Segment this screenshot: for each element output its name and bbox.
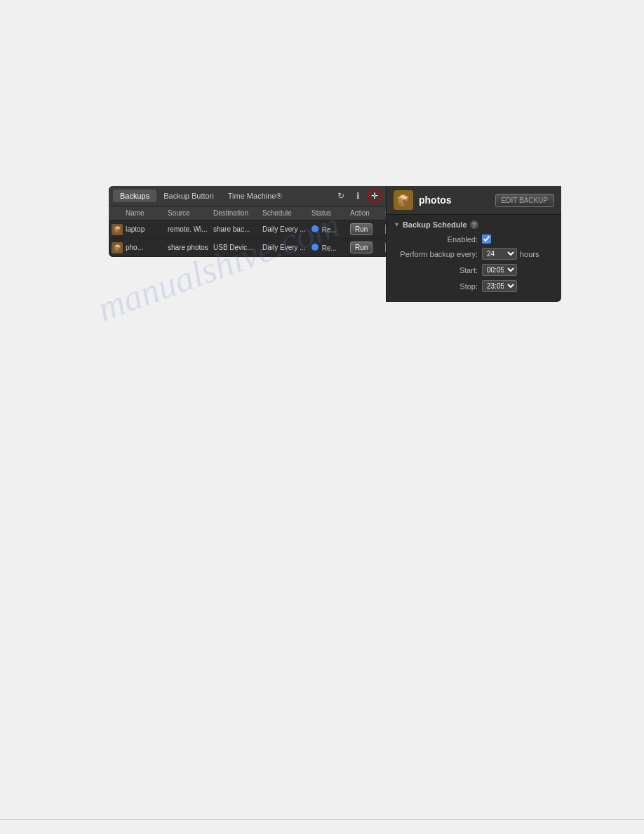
table-header: Name Source Destination Schedule Status … — [109, 206, 386, 220]
row2-name: pho... — [124, 243, 166, 252]
row1-run-button[interactable]: Run — [350, 223, 373, 235]
row1-source: remote. Wi... — [166, 225, 212, 234]
col-icon — [110, 208, 124, 218]
stop-label: Stop: — [394, 282, 478, 291]
row2-status: Re... — [310, 243, 349, 253]
detail-icon: 📦 — [394, 190, 413, 210]
bottom-divider — [0, 819, 644, 820]
refresh-icon-btn[interactable]: ↻ — [334, 189, 348, 203]
start-row: Start: 00:05 — [394, 264, 554, 276]
schedule-section-label: Backup Schedule — [403, 220, 467, 229]
row2-icon-cell: 📦 — [110, 241, 124, 254]
row2-source: share photos — [166, 243, 212, 252]
stop-row: Stop: 23:05 — [394, 280, 554, 292]
start-value-select[interactable]: 00:05 — [482, 264, 517, 276]
col-action: Action — [349, 208, 384, 218]
detail-title: photos — [419, 194, 452, 206]
tab-backup-button[interactable]: Backup Button — [156, 190, 221, 202]
row1-schedule: Daily Every ... — [261, 225, 310, 234]
tab-icons: ↻ ℹ ✛ — [334, 189, 382, 203]
schedule-section: ▼ Backup Schedule ? Enabled: Perform bac… — [387, 215, 561, 302]
stop-value-select[interactable]: 23:05 — [482, 280, 517, 292]
row1-status-dot — [311, 225, 318, 232]
table-row[interactable]: 📦 laptop remote. Wi... share bac... Dail… — [109, 220, 386, 239]
row2-icon: 📦 — [112, 242, 123, 253]
perform-row: Perform backup every: 24 hours — [394, 248, 554, 260]
enabled-checkbox[interactable] — [482, 234, 491, 244]
row1-icon-cell: 📦 — [110, 223, 124, 236]
row2-status-dot — [311, 244, 318, 251]
col-source: Source — [166, 208, 212, 218]
row1-actions: Run — [349, 223, 384, 236]
help-icon[interactable]: ? — [470, 220, 478, 229]
detail-panel: 📦 photos EDIT BACKUP ▼ Backup Schedule ?… — [386, 186, 561, 302]
detail-header: 📦 photos EDIT BACKUP — [387, 186, 561, 215]
row1-icon: 📦 — [112, 224, 123, 235]
row1-name: laptop — [124, 225, 166, 234]
perform-label: Perform backup every: — [394, 250, 478, 258]
col-destination: Destination — [212, 208, 261, 218]
section-title: ▼ Backup Schedule ? — [394, 220, 554, 229]
backup-tabs: Backups Backup Button Time Machine® ↻ ℹ … — [109, 186, 386, 206]
row2-actions: Run — [349, 241, 384, 254]
collapse-triangle-icon: ▼ — [394, 221, 400, 228]
hours-label: hours — [520, 250, 539, 258]
table-row[interactable]: 📦 pho... share photos USB Devic... Daily… — [109, 239, 386, 257]
tab-time-machine[interactable]: Time Machine® — [221, 190, 289, 202]
edit-backup-button[interactable]: EDIT BACKUP — [495, 194, 555, 207]
enabled-label: Enabled: — [394, 235, 478, 244]
row1-status: Re... — [310, 225, 349, 234]
col-name: Name — [124, 208, 166, 218]
tab-backups[interactable]: Backups — [113, 190, 156, 202]
row2-schedule: Daily Every ... — [261, 243, 310, 252]
col-status: Status — [310, 208, 349, 218]
backup-panel: Backups Backup Button Time Machine® ↻ ℹ … — [109, 186, 386, 257]
info-icon-btn[interactable]: ℹ — [351, 189, 365, 203]
start-label: Start: — [394, 266, 478, 274]
col-schedule: Schedule — [261, 208, 310, 218]
enabled-row: Enabled: — [394, 234, 554, 244]
row1-destination: share bac... — [212, 225, 261, 234]
row2-run-button[interactable]: Run — [350, 241, 373, 253]
main-container: Backups Backup Button Time Machine® ↻ ℹ … — [109, 186, 561, 302]
row2-destination: USB Devic... — [212, 243, 261, 252]
add-icon-btn[interactable]: ✛ — [368, 189, 382, 203]
perform-value-select[interactable]: 24 — [482, 248, 517, 260]
